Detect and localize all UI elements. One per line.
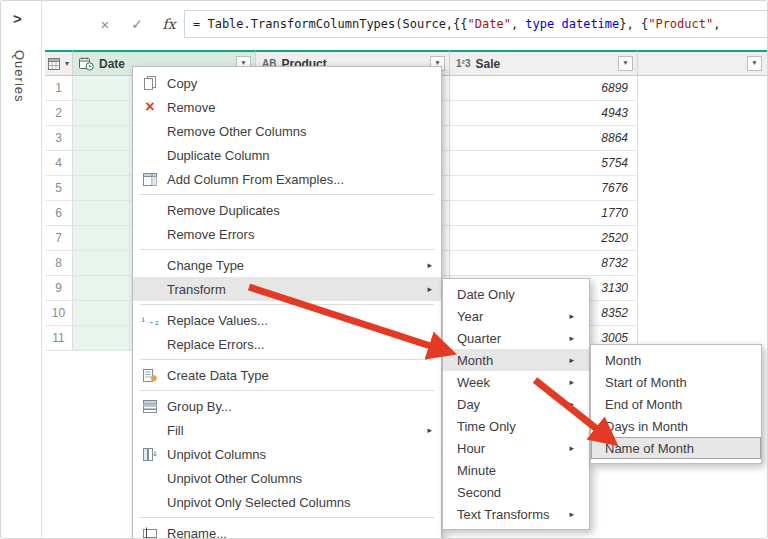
- menu-separator: [140, 249, 434, 250]
- submenu-arrow-icon: ▸: [569, 443, 583, 453]
- menu-item-change-type[interactable]: Change Type ▸: [133, 253, 441, 277]
- submenu-item-year[interactable]: Year▸: [443, 305, 589, 327]
- empty-cell: [638, 251, 768, 276]
- submenu-item-name-of-month[interactable]: Name of Month: [591, 437, 761, 459]
- menu-separator: [140, 359, 434, 360]
- submenu-item-text-transforms[interactable]: Text Transforms▸: [443, 503, 589, 525]
- row-number[interactable]: 5: [45, 176, 73, 201]
- queries-pane-label[interactable]: Queries: [12, 50, 27, 103]
- formula-bar: × ✓ fx = Table.TransformColumnTypes(Sour…: [43, 0, 768, 46]
- row-number[interactable]: 6: [45, 201, 73, 226]
- empty-cell: [638, 276, 768, 301]
- menu-separator: [140, 194, 434, 195]
- menu-item-replace-values[interactable]: ¹→₂ Replace Values...: [133, 308, 441, 332]
- copy-icon: [133, 76, 167, 90]
- remove-icon: ×: [133, 99, 167, 115]
- column-header-sale[interactable]: 1²3 Sale ▼: [450, 50, 638, 76]
- formula-text: ,: [511, 17, 525, 31]
- submenu-item-time-only[interactable]: Time Only: [443, 415, 589, 437]
- menu-item-add-column-from-examples[interactable]: Add Column From Examples...: [133, 167, 441, 191]
- month-submenu: Month Start of Month End of Month Days i…: [590, 344, 762, 464]
- number-type-icon: 1²3: [456, 58, 470, 69]
- group-by-icon: [133, 400, 167, 413]
- fx-icon[interactable]: fx: [157, 13, 181, 35]
- row-number[interactable]: 4: [45, 151, 73, 176]
- submenu-arrow-icon: ▸: [569, 509, 583, 519]
- table-icon: [48, 58, 62, 70]
- create-data-type-icon: [133, 369, 167, 382]
- formula-input[interactable]: = Table.TransformColumnTypes(Source,{{"D…: [184, 10, 768, 38]
- submenu-item-quarter[interactable]: Quarter▸: [443, 327, 589, 349]
- submenu-item-month-month[interactable]: Month: [591, 349, 761, 371]
- row-number[interactable]: 1: [45, 76, 73, 101]
- menu-item-unpivot-other-columns[interactable]: Unpivot Other Columns: [133, 466, 441, 490]
- submenu-arrow-icon: ▸: [427, 425, 441, 435]
- menu-item-create-data-type[interactable]: Create Data Type: [133, 363, 441, 387]
- submenu-item-month[interactable]: Month▸: [443, 349, 589, 371]
- row-number[interactable]: 8: [45, 251, 73, 276]
- menu-item-replace-errors[interactable]: Replace Errors...: [133, 332, 441, 356]
- submenu-arrow-icon: ▸: [427, 284, 441, 294]
- expand-pane-chevron-icon[interactable]: >: [13, 10, 22, 27]
- sale-cell[interactable]: 2520: [450, 226, 638, 251]
- partial-filter-dropdown[interactable]: ▼: [747, 56, 762, 71]
- row-number[interactable]: 3: [45, 126, 73, 151]
- submenu-item-end-of-month[interactable]: End of Month: [591, 393, 761, 415]
- queries-pane-collapsed: > Queries: [0, 0, 42, 539]
- formula-text: ,: [713, 17, 720, 31]
- formula-cancel-icon[interactable]: ×: [93, 13, 117, 35]
- formula-string: "Product": [648, 17, 713, 31]
- submenu-arrow-icon: ▸: [427, 260, 441, 270]
- sale-cell[interactable]: 4943: [450, 101, 638, 126]
- submenu-item-date-only[interactable]: Date Only: [443, 283, 589, 305]
- replace-values-icon: ¹→₂: [133, 315, 167, 326]
- submenu-item-hour[interactable]: Hour▸: [443, 437, 589, 459]
- sale-cell[interactable]: 1770: [450, 201, 638, 226]
- menu-item-fill[interactable]: Fill ▸: [133, 418, 441, 442]
- empty-cell: [638, 76, 768, 101]
- empty-cell: [638, 101, 768, 126]
- column-label: Sale: [475, 57, 500, 71]
- submenu-item-start-of-month[interactable]: Start of Month: [591, 371, 761, 393]
- sale-cell[interactable]: 8732: [450, 251, 638, 276]
- column-header-partial[interactable]: ▼: [638, 50, 768, 76]
- submenu-item-days-in-month[interactable]: Days in Month: [591, 415, 761, 437]
- menu-item-group-by[interactable]: Group By...: [133, 394, 441, 418]
- menu-item-unpivot-columns[interactable]: Unpivot Columns: [133, 442, 441, 466]
- submenu-item-minute[interactable]: Minute: [443, 459, 589, 481]
- sale-cell[interactable]: 5754: [450, 151, 638, 176]
- formula-string: "Date": [468, 17, 511, 31]
- sale-filter-dropdown[interactable]: ▼: [618, 56, 633, 71]
- menu-item-transform[interactable]: Transform ▸: [133, 277, 441, 301]
- unpivot-columns-icon: [133, 448, 167, 461]
- formula-check-icon[interactable]: ✓: [125, 13, 149, 35]
- menu-item-remove-errors[interactable]: Remove Errors: [133, 222, 441, 246]
- menu-separator: [140, 304, 434, 305]
- sale-cell[interactable]: 7676: [450, 176, 638, 201]
- formula-text: = Table.TransformColumnTypes(Source,{{: [193, 17, 468, 31]
- sale-cell[interactable]: 6899: [450, 76, 638, 101]
- row-number[interactable]: 7: [45, 226, 73, 251]
- sale-cell[interactable]: 8864: [450, 126, 638, 151]
- submenu-item-second[interactable]: Second: [443, 481, 589, 503]
- submenu-arrow-icon: ▸: [569, 399, 583, 409]
- menu-item-rename[interactable]: Rename...: [133, 521, 441, 539]
- menu-item-copy[interactable]: Copy: [133, 71, 441, 95]
- empty-cell: [638, 226, 768, 251]
- dropdown-icon: ▼: [751, 60, 757, 67]
- grid-corner-header[interactable]: ▾: [45, 50, 73, 76]
- menu-item-unpivot-only-selected-columns[interactable]: Unpivot Only Selected Columns: [133, 490, 441, 514]
- row-number[interactable]: 2: [45, 101, 73, 126]
- column-label: Date: [99, 57, 125, 71]
- row-number[interactable]: 11: [45, 326, 73, 351]
- row-number[interactable]: 10: [45, 301, 73, 326]
- empty-cell: [638, 201, 768, 226]
- menu-item-duplicate-column[interactable]: Duplicate Column: [133, 143, 441, 167]
- submenu-item-week[interactable]: Week▸: [443, 371, 589, 393]
- dropdown-icon: ▼: [622, 60, 628, 67]
- row-number[interactable]: 9: [45, 276, 73, 301]
- menu-item-remove-duplicates[interactable]: Remove Duplicates: [133, 198, 441, 222]
- menu-item-remove[interactable]: × Remove: [133, 95, 441, 119]
- menu-item-remove-other-columns[interactable]: Remove Other Columns: [133, 119, 441, 143]
- submenu-item-day[interactable]: Day▸: [443, 393, 589, 415]
